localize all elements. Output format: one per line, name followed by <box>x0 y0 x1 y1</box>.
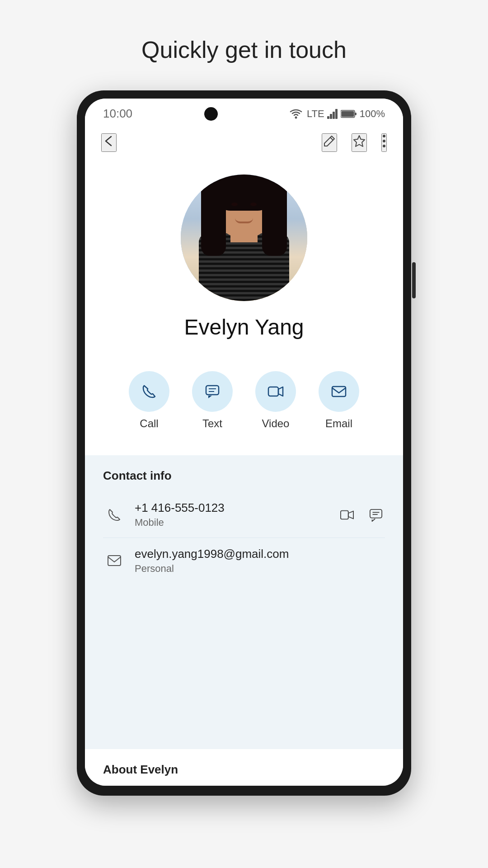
call-button-circle <box>129 371 169 412</box>
svg-rect-20 <box>108 556 121 566</box>
phone-row-actions <box>338 506 385 524</box>
video-call-button[interactable] <box>338 506 356 524</box>
battery-level: 100% <box>360 108 385 120</box>
action-buttons-row: Call Text <box>85 367 403 448</box>
back-button[interactable] <box>101 133 117 152</box>
call-action[interactable]: Call <box>129 371 169 430</box>
svg-rect-16 <box>341 510 348 519</box>
wifi-icon <box>290 109 302 119</box>
more-button[interactable] <box>381 133 387 152</box>
about-title: About Evelyn <box>103 763 385 777</box>
sms-button[interactable] <box>367 506 385 524</box>
phone-frame: 10:00 LTE <box>77 90 411 796</box>
email-button-circle <box>319 371 359 412</box>
video-icon <box>267 383 284 400</box>
email-label: Email <box>325 417 352 430</box>
phone-icon <box>141 383 158 400</box>
svg-rect-17 <box>370 509 382 518</box>
svg-rect-11 <box>206 386 219 395</box>
phone-label: Mobile <box>135 517 338 528</box>
phone-content: +1 416-555-0123 Mobile <box>135 501 338 528</box>
email-content: evelyn.yang1998@gmail.com Personal <box>135 547 385 575</box>
top-nav <box>85 124 403 161</box>
video-label: Video <box>262 417 290 430</box>
email-row-svg <box>107 554 122 568</box>
contact-info-title: Contact info <box>103 469 385 483</box>
email-label-text: Personal <box>135 563 385 575</box>
contact-info-section: Contact info +1 416-555-0123 Mobile <box>85 455 403 749</box>
svg-rect-6 <box>341 111 354 117</box>
video-button-circle <box>255 371 296 412</box>
svg-point-9 <box>383 140 385 142</box>
svg-rect-15 <box>332 387 346 396</box>
status-icons: LTE 100% <box>290 108 385 120</box>
about-section: About Evelyn <box>85 749 403 786</box>
text-label: Text <box>202 417 222 430</box>
email-address: evelyn.yang1998@gmail.com <box>135 547 385 561</box>
lte-label: LTE <box>307 108 324 120</box>
svg-point-10 <box>383 145 385 147</box>
signal-icon <box>327 109 338 119</box>
phone-row: +1 416-555-0123 Mobile <box>103 492 385 538</box>
phone-number: +1 416-555-0123 <box>135 501 338 515</box>
edit-button[interactable] <box>322 133 337 152</box>
page-title: Quickly get in touch <box>141 36 347 63</box>
status-time: 10:00 <box>103 107 132 121</box>
svg-rect-14 <box>268 387 278 396</box>
phone-row-svg <box>107 508 122 522</box>
email-row-icon <box>103 550 126 572</box>
phone-row-icon <box>103 504 126 526</box>
text-button-circle <box>192 371 233 412</box>
message-icon <box>204 383 221 400</box>
page-wrapper: Quickly get in touch 10:00 LTE <box>0 0 488 868</box>
phone-screen: 10:00 LTE <box>85 99 403 786</box>
profile-section: Evelyn Yang <box>85 161 403 367</box>
email-row: evelyn.yang1998@gmail.com Personal <box>103 538 385 584</box>
email-icon <box>330 383 347 400</box>
battery-icon <box>341 109 357 118</box>
svg-point-0 <box>295 116 297 118</box>
avatar <box>181 175 307 301</box>
svg-rect-3 <box>333 112 335 119</box>
status-bar: 10:00 LTE <box>85 99 403 124</box>
email-action[interactable]: Email <box>319 371 359 430</box>
svg-rect-2 <box>330 114 332 119</box>
star-button[interactable] <box>352 133 367 152</box>
video-action[interactable]: Video <box>255 371 296 430</box>
text-action[interactable]: Text <box>192 371 233 430</box>
contact-name: Evelyn Yang <box>184 315 304 340</box>
camera-dot <box>204 107 218 121</box>
svg-rect-7 <box>355 113 357 115</box>
nav-actions <box>322 133 387 152</box>
call-label: Call <box>140 417 158 430</box>
svg-point-8 <box>383 135 385 137</box>
svg-rect-4 <box>335 109 338 119</box>
svg-rect-1 <box>327 116 329 119</box>
